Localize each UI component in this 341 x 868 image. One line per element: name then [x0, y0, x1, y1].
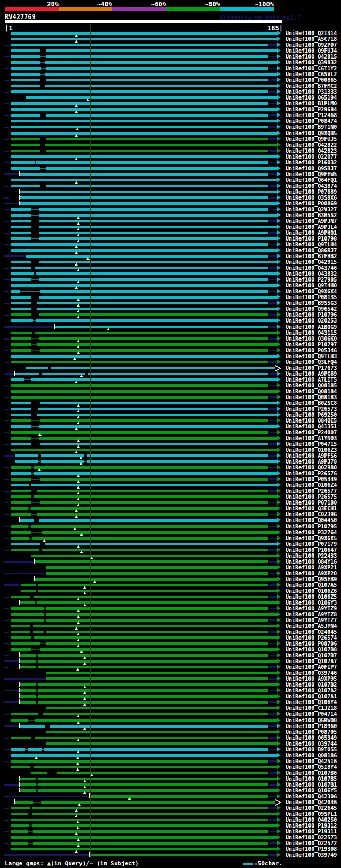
alignment-row[interactable]: UniRef100_Q08185: [0, 383, 341, 388]
alignment-row[interactable]: UniRef100_P19312: [0, 823, 341, 829]
alignment-row[interactable]: UniRef100_P18960: [0, 723, 341, 729]
alignment-row[interactable]: UniRef100_A9YTZ8: [0, 611, 341, 617]
alignment-row[interactable]: UniRef100_P26577: [0, 488, 341, 494]
alignment-row[interactable]: UniRef100_Q84Y16: [0, 559, 341, 565]
alignment-row[interactable]: UniRef100_A7LIT5: [0, 377, 341, 383]
alignment-row[interactable]: UniRef100_A9PG69: [0, 371, 341, 377]
alignment-row[interactable]: UniRef100_P07179: [0, 541, 341, 547]
alignment-row[interactable]: UniRef100_Q9XGX4: [0, 288, 341, 294]
alignment-row[interactable]: UniRef100_Q107B1: [0, 782, 341, 788]
alignment-row[interactable]: UniRef100_Q39749: [0, 852, 341, 858]
alignment-row[interactable]: UniRef100_A0FIP7: [0, 664, 341, 670]
alignment-row[interactable]: UniRef100_Q43832: [0, 271, 341, 277]
alignment-row[interactable]: UniRef100_Q9XQB5: [0, 130, 341, 136]
alignment-row[interactable]: UniRef100_A5JPN4: [0, 623, 341, 629]
alignment-row[interactable]: UniRef100_A1YN03: [0, 435, 341, 441]
alignment-row[interactable]: UniRef100_Q43115: [0, 330, 341, 336]
alignment-row[interactable]: UniRef100_Q3S8X6: [0, 195, 341, 201]
alignment-row[interactable]: UniRef100_P00865: [0, 77, 341, 83]
alignment-row[interactable]: UniRef100_B7FMC2: [0, 83, 341, 89]
alignment-row[interactable]: UniRef100_P29684: [0, 106, 341, 112]
alignment-row[interactable]: UniRef100_O22645: [0, 805, 341, 811]
alignment-row[interactable]: UniRef100_C6SVL2: [0, 71, 341, 77]
alignment-row[interactable]: UniRef100_A9YTZ9: [0, 606, 341, 611]
alignment-row[interactable]: UniRef100_Q43746: [0, 265, 341, 271]
alignment-row[interactable]: UniRef100_Q106Z4: [0, 482, 341, 488]
alignment-row[interactable]: UniRef100_Q107B2: [0, 682, 341, 688]
alignment-row[interactable]: UniRef100_Q9XGX5: [0, 535, 341, 541]
alignment-row[interactable]: UniRef100_P16032: [0, 160, 341, 166]
alignment-row[interactable]: UniRef100_O24045: [0, 629, 341, 635]
alignment-row[interactable]: UniRef100_Q9T4H0: [0, 283, 341, 288]
alignment-row[interactable]: UniRef100_Q106Y3: [0, 600, 341, 606]
alignment-row[interactable]: UniRef100_P00869: [0, 201, 341, 206]
alignment-row[interactable]: UniRef100_Q3ECH1: [0, 506, 341, 511]
alignment-row[interactable]: UniRef100_A1BQG9: [0, 324, 341, 330]
alignment-row[interactable]: UniRef100_P31333: [0, 89, 341, 95]
alignment-row[interactable]: UniRef100_P19308: [0, 846, 341, 852]
alignment-row[interactable]: UniRef100_Q5I8Y4: [0, 764, 341, 770]
alignment-row[interactable]: UniRef100_Q106Z6: [0, 588, 341, 594]
alignment-row[interactable]: UniRef100_A9YTZ7: [0, 617, 341, 623]
alignment-row[interactable]: UniRef100_C0Z396: [0, 511, 341, 517]
alignment-row[interactable]: UniRef100_P24007: [0, 429, 341, 435]
alignment-row[interactable]: UniRef100_Q40250: [0, 817, 341, 823]
alignment-row[interactable]: UniRef100_O22573: [0, 834, 341, 840]
alignment-row[interactable]: UniRef100_Q9TLH3: [0, 353, 341, 359]
alignment-row[interactable]: UniRef100_Q9FUJ4: [0, 48, 341, 54]
alignment-row[interactable]: UniRef100_B0ZSC8: [0, 400, 341, 406]
alignment-row[interactable]: UniRef100_Q39746: [0, 670, 341, 676]
alignment-row[interactable]: UniRef100_O22077: [0, 154, 341, 160]
alignment-row[interactable]: UniRef100_Q9ZP07: [0, 42, 341, 48]
alignment-row[interactable]: UniRef100_Q84QE5: [0, 418, 341, 424]
alignment-row[interactable]: UniRef100_O65349: [0, 735, 341, 741]
alignment-row[interactable]: UniRef100_A5C718: [0, 36, 341, 42]
alignment-row[interactable]: UniRef100_P10647: [0, 547, 341, 553]
alignment-row[interactable]: UniRef100_P04714: [0, 711, 341, 717]
alignment-row[interactable]: UniRef100_P05346: [0, 348, 341, 353]
alignment-row[interactable]: UniRef100_Q9TLH4: [0, 242, 341, 247]
alignment-row[interactable]: UniRef100_Q9FEW5: [0, 171, 341, 177]
alignment-row[interactable]: UniRef100_Q9SEB9: [0, 576, 341, 582]
alignment-row[interactable]: UniRef100_Q106Y5: [0, 788, 341, 793]
alignment-row[interactable]: UniRef100_P10798: [0, 236, 341, 242]
alignment-row[interactable]: UniRef100_P05349: [0, 476, 341, 482]
alignment-row[interactable]: UniRef100_Q04450: [0, 517, 341, 523]
alignment-row[interactable]: UniRef100_A9XP21: [0, 565, 341, 571]
alignment-row[interactable]: UniRef100_A9XP95: [0, 676, 341, 682]
alignment-row[interactable]: UniRef100_Q107A5: [0, 582, 341, 588]
alignment-row[interactable]: UniRef100_Q8GRJ7: [0, 247, 341, 253]
alignment-row[interactable]: UniRef100_P26573: [0, 406, 341, 412]
alignment-row[interactable]: UniRef100_B9S5G3: [0, 300, 341, 306]
alignment-row[interactable]: UniRef100_C6T1Y2: [0, 65, 341, 71]
alignment-row[interactable]: UniRef100_Q39832: [0, 60, 341, 65]
alignment-row[interactable]: UniRef100_Q42915: [0, 259, 341, 265]
alignment-row[interactable]: UniRef100_P10795: [0, 524, 341, 530]
alignment-row[interactable]: UniRef100_B9T1N0: [0, 124, 341, 130]
alignment-row[interactable]: UniRef100_C1JZ18: [0, 705, 341, 711]
alignment-row[interactable]: UniRef100_P08474: [0, 118, 341, 124]
alignment-row[interactable]: UniRef100_Q107B5: [0, 776, 341, 782]
alignment-row[interactable]: UniRef100_Q9SPL1: [0, 811, 341, 817]
alignment-row[interactable]: UniRef100_Q6RWD8: [0, 717, 341, 723]
alignment-row[interactable]: UniRef100_P12468: [0, 112, 341, 118]
alignment-row[interactable]: UniRef100_Q107A7: [0, 658, 341, 664]
alignment-row[interactable]: UniRef100_Q08183: [0, 394, 341, 400]
alignment-row[interactable]: UniRef100_Q64FQ1: [0, 177, 341, 183]
alignment-row[interactable]: UniRef100_Q39744: [0, 741, 341, 747]
alignment-row[interactable]: UniRef100_Q41351: [0, 424, 341, 429]
alignment-row[interactable]: UniRef100_Q9FUJ5: [0, 136, 341, 142]
alignment-row[interactable]: UniRef100_Q306K0: [0, 336, 341, 342]
alignment-row[interactable]: UniRef100_O65194: [0, 95, 341, 101]
alignment-row[interactable]: UniRef100_Q42516: [0, 758, 341, 764]
alignment-row[interactable]: UniRef100_P19311: [0, 829, 341, 834]
alignment-row[interactable]: UniRef100_Q106Z5: [0, 594, 341, 600]
alignment-row[interactable]: UniRef100_P17673: [0, 365, 341, 371]
alignment-row[interactable]: UniRef100_Q3LFQ4: [0, 359, 341, 365]
alignment-row[interactable]: UniRef100_A9PJL4: [0, 224, 341, 230]
alignment-row[interactable]: UniRef100_Q42815: [0, 54, 341, 60]
alignment-row[interactable]: UniRef100_P07689: [0, 189, 341, 195]
alignment-row[interactable]: UniRef100_B3H5S2: [0, 212, 341, 218]
alignment-row[interactable]: UniRef100_P07180: [0, 500, 341, 506]
alignment-row[interactable]: UniRef100_P10797: [0, 342, 341, 348]
